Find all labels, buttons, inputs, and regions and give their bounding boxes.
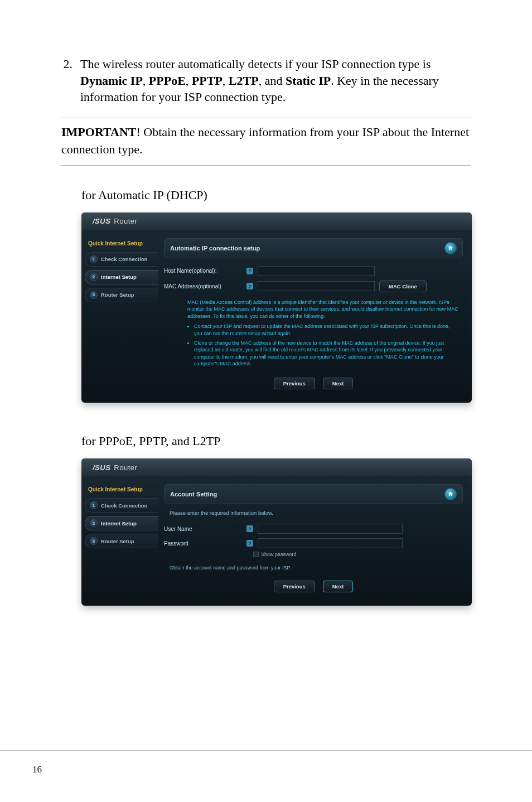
card-title: Account Setting [170, 491, 217, 497]
mac-clone-button[interactable]: MAC Clone [379, 281, 427, 292]
sidebar-item-label: Router Setup [101, 538, 134, 544]
heading-pppoe: for PPPoE, PPTP, and L2TP [81, 434, 471, 448]
home-icon[interactable] [444, 488, 457, 500]
important-label: IMPORTANT [61, 125, 136, 139]
mac-info-item-2: Clone or change the MAC address of the n… [194, 340, 458, 368]
previous-button[interactable]: Previous [274, 581, 315, 592]
sidebar-item-router-setup[interactable]: 3 Router Setup [85, 288, 158, 302]
sidebar-item-internet-setup[interactable]: 2 Internet Setup [85, 516, 158, 530]
asus-panel-dhcp: /SUS Router Quick Internet Setup 1 Check… [81, 212, 472, 403]
isp-note: Obtain the account name and password fro… [170, 565, 463, 571]
step-b5: Static IP [286, 74, 331, 88]
password-row: Password ? [164, 536, 463, 550]
mac-info-list: Contact your ISP and request to update t… [164, 320, 463, 368]
qis-label: Quick Internet Setup [88, 486, 158, 492]
step-text-pre: The wireless router automatically detect… [80, 57, 431, 71]
help-icon[interactable]: ? [246, 540, 253, 547]
brand-logo: /SUS [93, 463, 110, 472]
host-name-row: Host Name(optional): ? [164, 264, 463, 278]
account-instruction: Please enter the required information be… [170, 510, 463, 516]
card-titlebar: Account Setting [164, 484, 463, 504]
sidebar-item-check-connection[interactable]: 1 Check Connection [85, 498, 158, 513]
button-row: Previous Next [164, 370, 463, 393]
qis-label: Quick Internet Setup [88, 240, 158, 247]
step-b3: PPTP [192, 74, 223, 88]
step-b4: L2TP [229, 74, 259, 88]
brand-router: Router [114, 217, 137, 225]
step-badge-icon: 1 [90, 255, 98, 263]
previous-button[interactable]: Previous [274, 378, 315, 389]
sidebar-item-label: Check Connection [101, 256, 147, 262]
asus-header: /SUS Router [81, 458, 472, 476]
step-2: 2. The wireless router automatically det… [61, 56, 471, 105]
mac-info-paragraph: MAC (Media Access Control) address is a … [164, 294, 463, 320]
asus-panel-account: /SUS Router Quick Internet Setup 1 Check… [81, 458, 472, 606]
step-badge-icon: 1 [90, 501, 98, 509]
sidebar: Quick Internet Setup 1 Check Connection … [81, 230, 158, 403]
mac-info-item-1: Contact your ISP and request to update t… [194, 323, 458, 337]
sidebar: Quick Internet Setup 1 Check Connection … [81, 476, 158, 606]
step-text: The wireless router automatically detect… [80, 56, 471, 105]
brand-router: Router [114, 463, 137, 472]
step-b1: Dynamic IP [80, 74, 143, 88]
username-row: User Name ? [164, 521, 463, 536]
sidebar-item-label: Router Setup [101, 292, 134, 298]
sidebar-item-check-connection[interactable]: 1 Check Connection [85, 252, 158, 267]
page-number: 16 [32, 764, 42, 775]
username-input[interactable] [258, 524, 403, 534]
button-row: Previous Next [164, 573, 463, 596]
important-callout: IMPORTANT! Obtain the necessary informat… [61, 118, 471, 166]
card-titlebar: Automatic IP connection setup [164, 238, 463, 258]
help-icon[interactable]: ? [246, 268, 253, 274]
home-icon[interactable] [444, 242, 457, 254]
next-button[interactable]: Next [323, 581, 354, 592]
host-name-label: Host Name(optional): [164, 268, 242, 274]
page-footer: 16 [0, 750, 532, 775]
brand-logo: /SUS [93, 217, 110, 225]
mac-address-input[interactable] [258, 281, 375, 291]
step-b2: PPPoE [149, 74, 186, 88]
show-password-label: Show password [261, 552, 297, 557]
sidebar-item-label: Internet Setup [101, 274, 137, 280]
next-button[interactable]: Next [323, 378, 354, 389]
step-badge-icon: 3 [90, 291, 98, 299]
sidebar-item-label: Internet Setup [101, 520, 137, 526]
card-title: Automatic IP connection setup [170, 245, 260, 252]
mac-address-label: MAC Address(optional) [164, 283, 242, 289]
asus-header: /SUS Router [81, 212, 472, 230]
help-icon[interactable]: ? [246, 283, 253, 289]
password-label: Password [164, 540, 242, 547]
show-password-row: Show password [253, 552, 463, 557]
heading-dhcp: for Automatic IP (DHCP) [81, 188, 471, 202]
step-badge-icon: 2 [90, 273, 98, 281]
host-name-input[interactable] [258, 266, 375, 276]
step-badge-icon: 3 [90, 537, 98, 545]
sidebar-item-router-setup[interactable]: 3 Router Setup [85, 534, 158, 548]
mac-address-row: MAC Address(optional) ? MAC Clone [164, 278, 463, 294]
step-number: 2. [61, 56, 72, 105]
password-input[interactable] [258, 538, 403, 548]
help-icon[interactable]: ? [246, 525, 253, 532]
username-label: User Name [164, 526, 242, 532]
sidebar-item-internet-setup[interactable]: 2 Internet Setup [85, 270, 158, 284]
sidebar-item-label: Check Connection [101, 503, 147, 509]
show-password-checkbox[interactable] [253, 552, 259, 557]
step-badge-icon: 2 [90, 519, 98, 527]
